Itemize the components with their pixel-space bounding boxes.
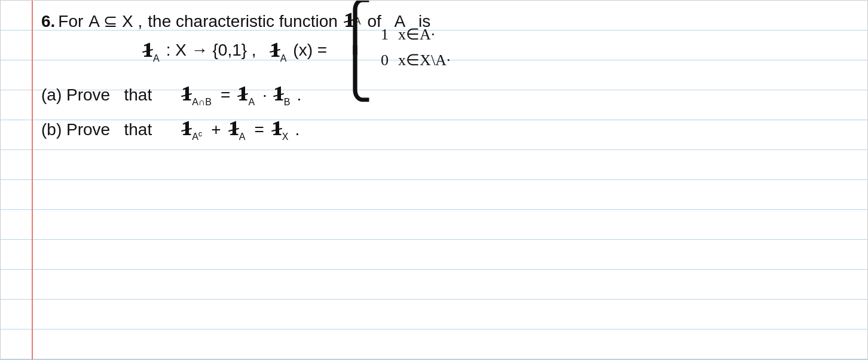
part-a-label: (a) Prove that [41,86,152,105]
equals-sign-b: = [254,120,264,139]
subscript-A-def1: A [153,53,160,64]
problem-section: 6. For A ⊆ X , the characteristic functi… [41,5,849,148]
for-text: For [58,7,83,36]
bold-one-X: 𝟏 [272,118,282,140]
page-content: 6. For A ⊆ X , the characteristic functi… [1,1,867,359]
bold-one-def2: 𝟏 [270,39,280,62]
ind-func-X: 𝟏 X [272,118,289,140]
bold-one-A-b: 𝟏 [229,118,239,140]
x-equals: (x) = [293,41,327,60]
ind-func-AnB: 𝟏 A∩B [182,83,212,105]
dot-sign-a: · [262,86,267,105]
ind-func-A-part-b: 𝟏 A [229,118,246,140]
notebook-page: 6. For A ⊆ X , the characteristic functi… [0,0,868,360]
piecewise-case-2: 0 x∈X\A· [381,51,450,69]
bold-one-A: 𝟏 [238,83,247,105]
ind-func-def2: 𝟏 A [270,39,287,62]
subscript-AnB: A∩B [192,97,212,108]
subscript-A-part-b: A [239,132,246,142]
part-b-row: (b) Prove that 𝟏 Ac + 𝟏 A = 𝟏 X [41,118,849,148]
bold-one-B: 𝟏 [274,83,283,105]
plus-sign-b: + [211,120,221,139]
period-b: . [295,120,299,139]
ind-func-1A-header: 𝟏 A [344,5,361,35]
period-a: . [297,86,302,105]
ind-func-B: 𝟏 B [274,83,291,105]
definition-row: 𝟏 A : X → {0,1} , 𝟏 A (x) = ⎧⎩ 1 x∈A· [143,35,849,65]
subscript-A-header: A [354,7,361,36]
ind-func-Ac: 𝟏 Ac [182,118,202,140]
subscript-X: X [282,132,289,142]
problem-number: 6. [41,7,55,36]
piecewise-cases: 1 x∈A· 0 x∈X\A· [381,25,450,69]
colon-arrow-set: : X → {0,1} , [166,41,256,60]
part-a-row: (a) Prove that 𝟏 A∩B = 𝟏 A · 𝟏 B [41,83,849,113]
subscript-A-def2: A [280,53,287,64]
bold-one-def1: 𝟏 [143,39,152,62]
bold-one-Ac: 𝟏 [182,118,191,140]
subscript-A-part-a: A [248,97,255,108]
case2-value: 0 [381,51,389,69]
ind-func-def1: 𝟏 A [143,39,160,62]
part-b-label: (b) Prove that [41,120,152,139]
set-relation: A ⊆ X , [88,7,142,36]
equals-sign-a: = [221,86,230,105]
bold-one-header: 𝟏 [344,5,354,35]
subscript-Ac: Ac [192,129,202,142]
ind-func-A-part-a: 𝟏 A [238,83,255,105]
case2-condition: x∈X\A· [398,51,450,69]
subscript-B: B [284,97,291,108]
the-char-func-text: the characteristic function [148,7,338,36]
piecewise-case-1: 1 x∈A· [381,25,450,44]
case1-condition: x∈A· [398,25,435,44]
case1-value: 1 [381,26,389,44]
bold-one-AnB: 𝟏 [182,83,191,105]
